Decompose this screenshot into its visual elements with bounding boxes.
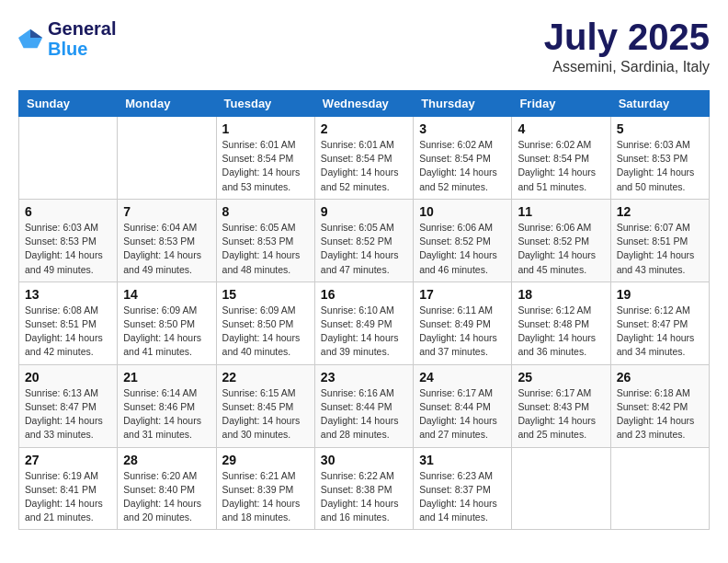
day-number: 3: [419, 121, 506, 136]
cell-content: Sunrise: 6:20 AM Sunset: 8:40 PM Dayligh…: [123, 469, 210, 525]
cell-content: Sunrise: 6:17 AM Sunset: 8:44 PM Dayligh…: [419, 386, 506, 442]
calendar-week-row: 1Sunrise: 6:01 AM Sunset: 8:54 PM Daylig…: [19, 117, 710, 200]
day-number: 28: [123, 453, 210, 467]
calendar-cell: 30Sunrise: 6:22 AM Sunset: 8:38 PM Dayli…: [314, 447, 413, 530]
calendar-cell: 27Sunrise: 6:19 AM Sunset: 8:41 PM Dayli…: [19, 447, 118, 530]
calendar-cell: 19Sunrise: 6:12 AM Sunset: 8:47 PM Dayli…: [610, 282, 709, 364]
location-subtitle: Assemini, Sardinia, Italy: [544, 59, 710, 75]
day-number: 29: [222, 453, 309, 467]
cell-content: Sunrise: 6:09 AM Sunset: 8:50 PM Dayligh…: [123, 304, 210, 360]
svg-marker-1: [30, 29, 42, 38]
day-number: 11: [518, 204, 604, 219]
calendar-header-row: SundayMondayTuesdayWednesdayThursdayFrid…: [19, 91, 710, 117]
logo-text: GeneralBlue: [48, 18, 116, 59]
cell-content: Sunrise: 6:12 AM Sunset: 8:47 PM Dayligh…: [617, 304, 703, 360]
calendar-cell: 9Sunrise: 6:05 AM Sunset: 8:52 PM Daylig…: [314, 199, 413, 282]
svg-marker-0: [18, 29, 42, 49]
cell-content: Sunrise: 6:18 AM Sunset: 8:42 PM Dayligh…: [617, 386, 703, 442]
day-number: 2: [321, 121, 407, 136]
day-number: 5: [617, 121, 703, 136]
day-number: 21: [123, 370, 210, 385]
calendar-cell: 3Sunrise: 6:02 AM Sunset: 8:54 PM Daylig…: [414, 117, 512, 200]
day-number: 13: [25, 287, 111, 302]
weekday-header: Friday: [512, 91, 610, 117]
day-number: 17: [419, 287, 506, 302]
day-number: 24: [419, 370, 506, 385]
calendar-week-row: 20Sunrise: 6:13 AM Sunset: 8:47 PM Dayli…: [19, 364, 710, 447]
calendar-cell: 25Sunrise: 6:17 AM Sunset: 8:43 PM Dayli…: [512, 364, 610, 447]
weekday-header: Monday: [118, 91, 216, 117]
day-number: 31: [419, 453, 506, 467]
cell-content: Sunrise: 6:21 AM Sunset: 8:39 PM Dayligh…: [222, 469, 309, 525]
calendar-cell: 5Sunrise: 6:03 AM Sunset: 8:53 PM Daylig…: [610, 117, 709, 200]
day-number: 12: [617, 204, 703, 219]
cell-content: Sunrise: 6:08 AM Sunset: 8:51 PM Dayligh…: [25, 304, 111, 360]
calendar-week-row: 6Sunrise: 6:03 AM Sunset: 8:53 PM Daylig…: [19, 199, 710, 282]
calendar-cell: 20Sunrise: 6:13 AM Sunset: 8:47 PM Dayli…: [19, 364, 118, 447]
cell-content: Sunrise: 6:02 AM Sunset: 8:54 PM Dayligh…: [518, 138, 604, 194]
month-title: July 2025: [544, 18, 710, 55]
cell-content: Sunrise: 6:03 AM Sunset: 8:53 PM Dayligh…: [25, 221, 111, 277]
cell-content: Sunrise: 6:10 AM Sunset: 8:49 PM Dayligh…: [321, 304, 407, 360]
cell-content: Sunrise: 6:05 AM Sunset: 8:52 PM Dayligh…: [321, 221, 407, 277]
calendar-week-row: 13Sunrise: 6:08 AM Sunset: 8:51 PM Dayli…: [19, 282, 710, 364]
cell-content: Sunrise: 6:11 AM Sunset: 8:49 PM Dayligh…: [419, 304, 506, 360]
calendar-cell: 6Sunrise: 6:03 AM Sunset: 8:53 PM Daylig…: [19, 199, 118, 282]
cell-content: Sunrise: 6:12 AM Sunset: 8:48 PM Dayligh…: [518, 304, 604, 360]
cell-content: Sunrise: 6:09 AM Sunset: 8:50 PM Dayligh…: [222, 304, 309, 360]
page-header: GeneralBlue July 2025 Assemini, Sardinia…: [18, 18, 710, 75]
calendar-week-row: 27Sunrise: 6:19 AM Sunset: 8:41 PM Dayli…: [19, 447, 710, 530]
calendar-table: SundayMondayTuesdayWednesdayThursdayFrid…: [18, 90, 710, 530]
weekday-header: Wednesday: [314, 91, 413, 117]
day-number: 18: [518, 287, 604, 302]
calendar-cell: 7Sunrise: 6:04 AM Sunset: 8:53 PM Daylig…: [118, 199, 216, 282]
day-number: 4: [518, 121, 604, 136]
day-number: 20: [25, 370, 111, 385]
calendar-cell: 4Sunrise: 6:02 AM Sunset: 8:54 PM Daylig…: [512, 117, 610, 200]
day-number: 1: [222, 121, 309, 136]
day-number: 6: [25, 204, 111, 219]
cell-content: Sunrise: 6:17 AM Sunset: 8:43 PM Dayligh…: [518, 386, 604, 442]
calendar-cell: 2Sunrise: 6:01 AM Sunset: 8:54 PM Daylig…: [314, 117, 413, 200]
calendar-cell: 18Sunrise: 6:12 AM Sunset: 8:48 PM Dayli…: [512, 282, 610, 364]
day-number: 30: [321, 453, 407, 467]
day-number: 7: [123, 204, 210, 219]
cell-content: Sunrise: 6:04 AM Sunset: 8:53 PM Dayligh…: [123, 221, 210, 277]
cell-content: Sunrise: 6:02 AM Sunset: 8:54 PM Dayligh…: [419, 138, 506, 194]
cell-content: Sunrise: 6:14 AM Sunset: 8:46 PM Dayligh…: [123, 386, 210, 442]
weekday-header: Sunday: [19, 91, 118, 117]
calendar-cell: 23Sunrise: 6:16 AM Sunset: 8:44 PM Dayli…: [314, 364, 413, 447]
calendar-cell: 1Sunrise: 6:01 AM Sunset: 8:54 PM Daylig…: [216, 117, 314, 200]
cell-content: Sunrise: 6:06 AM Sunset: 8:52 PM Dayligh…: [518, 221, 604, 277]
title-block: July 2025 Assemini, Sardinia, Italy: [544, 18, 710, 75]
day-number: 14: [123, 287, 210, 302]
cell-content: Sunrise: 6:06 AM Sunset: 8:52 PM Dayligh…: [419, 221, 506, 277]
cell-content: Sunrise: 6:22 AM Sunset: 8:38 PM Dayligh…: [321, 469, 407, 525]
calendar-cell: 14Sunrise: 6:09 AM Sunset: 8:50 PM Dayli…: [118, 282, 216, 364]
weekday-header: Saturday: [610, 91, 709, 117]
weekday-header: Thursday: [414, 91, 512, 117]
calendar-cell: 12Sunrise: 6:07 AM Sunset: 8:51 PM Dayli…: [610, 199, 709, 282]
day-number: 25: [518, 370, 604, 385]
cell-content: Sunrise: 6:03 AM Sunset: 8:53 PM Dayligh…: [617, 138, 703, 194]
cell-content: Sunrise: 6:01 AM Sunset: 8:54 PM Dayligh…: [222, 138, 309, 194]
day-number: 10: [419, 204, 506, 219]
day-number: 16: [321, 287, 407, 302]
calendar-cell: 22Sunrise: 6:15 AM Sunset: 8:45 PM Dayli…: [216, 364, 314, 447]
cell-content: Sunrise: 6:23 AM Sunset: 8:37 PM Dayligh…: [419, 469, 506, 525]
cell-content: Sunrise: 6:15 AM Sunset: 8:45 PM Dayligh…: [222, 386, 309, 442]
day-number: 19: [617, 287, 703, 302]
calendar-cell: 10Sunrise: 6:06 AM Sunset: 8:52 PM Dayli…: [414, 199, 512, 282]
calendar-cell: 13Sunrise: 6:08 AM Sunset: 8:51 PM Dayli…: [19, 282, 118, 364]
calendar-cell: 17Sunrise: 6:11 AM Sunset: 8:49 PM Dayli…: [414, 282, 512, 364]
calendar-cell: [512, 447, 610, 530]
cell-content: Sunrise: 6:16 AM Sunset: 8:44 PM Dayligh…: [321, 386, 407, 442]
cell-content: Sunrise: 6:01 AM Sunset: 8:54 PM Dayligh…: [321, 138, 407, 194]
day-number: 26: [617, 370, 703, 385]
calendar-cell: 8Sunrise: 6:05 AM Sunset: 8:53 PM Daylig…: [216, 199, 314, 282]
cell-content: Sunrise: 6:07 AM Sunset: 8:51 PM Dayligh…: [617, 221, 703, 277]
calendar-cell: 21Sunrise: 6:14 AM Sunset: 8:46 PM Dayli…: [118, 364, 216, 447]
cell-content: Sunrise: 6:19 AM Sunset: 8:41 PM Dayligh…: [25, 469, 111, 525]
calendar-cell: 29Sunrise: 6:21 AM Sunset: 8:39 PM Dayli…: [216, 447, 314, 530]
cell-content: Sunrise: 6:13 AM Sunset: 8:47 PM Dayligh…: [25, 386, 111, 442]
